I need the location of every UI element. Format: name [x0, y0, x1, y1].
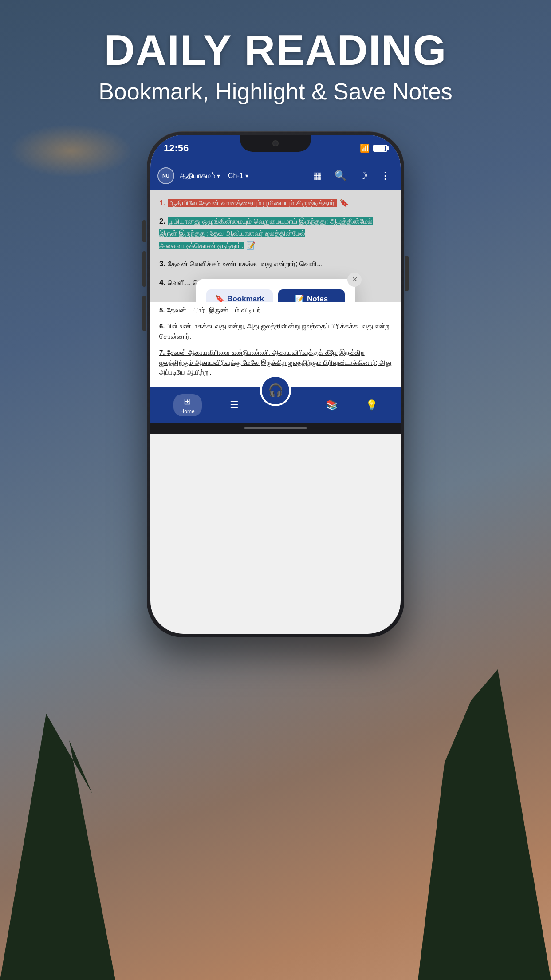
side-button-left-2 [142, 251, 146, 287]
header-section: DAILY READING Bookmark, Highlight & Save… [98, 27, 453, 105]
battery-icon [373, 145, 387, 152]
verse-5: 5. தேவன்... ார், இருண்... ம் விடியற்... [159, 305, 392, 316]
verse-7-text: தேவன் ஆகாயவிரிவை உண்டுபண்ணி, ஆகாயவிரிவுக… [159, 348, 391, 376]
books-nav-item[interactable]: 📚 [326, 399, 338, 411]
more-icon[interactable]: ⋮ [377, 170, 394, 182]
bookmark-tab-label: Bookmark [227, 295, 264, 302]
grid-icon[interactable]: ▦ [309, 170, 326, 182]
bottom-nav: 🎧 ⊞ Home ☰ 📚 💡 [150, 387, 401, 423]
notes-tab-icon: 📝 [295, 294, 304, 302]
moon-icon[interactable]: ☽ [355, 170, 371, 182]
main-title: DAILY READING [98, 27, 453, 74]
phone-inner: 12:56 📶 NU ஆதியாகமம் ▾ Ch-1 [150, 135, 401, 634]
popup-tabs: 🔖 Bookmark 📝 Notes [206, 289, 345, 302]
notch-camera [272, 140, 279, 146]
app-header: NU ஆதியாகமம் ▾ Ch-1 ▾ ▦ 🔍 ☽ ⋮ [150, 162, 401, 190]
notes-tab-button[interactable]: 📝 Notes [278, 289, 345, 302]
phone-wrapper: 12:56 📶 NU ஆதியாகமம் ▾ Ch-1 [147, 131, 404, 637]
chapter-name: Ch-1 [228, 172, 244, 180]
wifi-icon: 📶 [360, 143, 370, 153]
tips-nav-item[interactable]: 💡 [366, 399, 378, 411]
status-time: 12:56 [164, 142, 189, 154]
side-button-left-3 [142, 296, 146, 331]
logo-text: NU [162, 173, 169, 178]
list-nav-item[interactable]: ☰ [230, 399, 239, 411]
close-button[interactable]: ✕ [347, 273, 362, 287]
headphone-icon: 🎧 [268, 383, 283, 398]
side-button-left-1 [142, 220, 146, 242]
home-bar [244, 427, 307, 429]
bookmark-tab-icon: 🔖 [215, 294, 224, 302]
logo-badge[interactable]: NU [157, 167, 174, 184]
status-bar: 12:56 📶 [150, 135, 401, 162]
bg-trees-right [418, 669, 551, 980]
phone-outer: 12:56 📶 NU ஆதியாகமம் ▾ Ch-1 [147, 131, 404, 637]
book-chevron-icon: ▾ [217, 172, 220, 179]
verse-5-number: 5. [159, 306, 165, 314]
bg-cloud [9, 124, 133, 178]
content-area: 1. ஆதியிலே தேவன் வானத்தையும் பூமியையும் … [150, 190, 401, 302]
popup-card: ✕ 🔖 Bookmark 📝 Notes [196, 279, 355, 302]
popup-overlay: ✕ 🔖 Bookmark 📝 Notes [150, 190, 401, 302]
bg-trees-left [0, 714, 115, 980]
verse-5-text: தேவன்... ார், இருண்... ம் விடியற்... [167, 306, 267, 314]
side-button-right [405, 256, 409, 291]
home-nav-item[interactable]: ⊞ Home [173, 394, 202, 416]
notes-tab-label: Notes [307, 295, 328, 302]
home-label: Home [181, 408, 195, 415]
notch [240, 135, 311, 152]
books-icon: 📚 [326, 399, 338, 411]
chapter-chevron-icon: ▾ [245, 172, 248, 179]
home-indicator [150, 423, 401, 434]
book-dropdown[interactable]: ஆதியாகமம் ▾ [180, 172, 220, 180]
verse-7-number: 7. [159, 348, 165, 356]
verse-7: 7. தேவன் ஆகாயவிரிவை உண்டுபண்ணி, ஆகாயவிரி… [159, 348, 392, 378]
verse-6-number: 6. [159, 322, 165, 330]
verse-6-text: பின் உண்டாகக்கடவது என்று, அது ஜலத்தினின்… [159, 322, 390, 340]
chapter-dropdown[interactable]: Ch-1 ▾ [228, 172, 248, 180]
audio-center-button[interactable]: 🎧 [260, 375, 291, 406]
sub-title: Bookmark, Highlight & Save Notes [98, 78, 453, 105]
status-icons: 📶 [360, 143, 387, 153]
verse-6: 6. பின் உண்டாகக்கடவது என்று, அது ஜலத்தின… [159, 321, 392, 341]
battery-fill [374, 146, 385, 151]
bookmark-tab-button[interactable]: 🔖 Bookmark [206, 289, 273, 302]
book-name: ஆதியாகமம் [180, 172, 215, 180]
bulb-icon: 💡 [366, 399, 378, 411]
list-icon: ☰ [230, 399, 239, 411]
home-icon: ⊞ [184, 396, 191, 407]
search-icon[interactable]: 🔍 [331, 170, 350, 182]
